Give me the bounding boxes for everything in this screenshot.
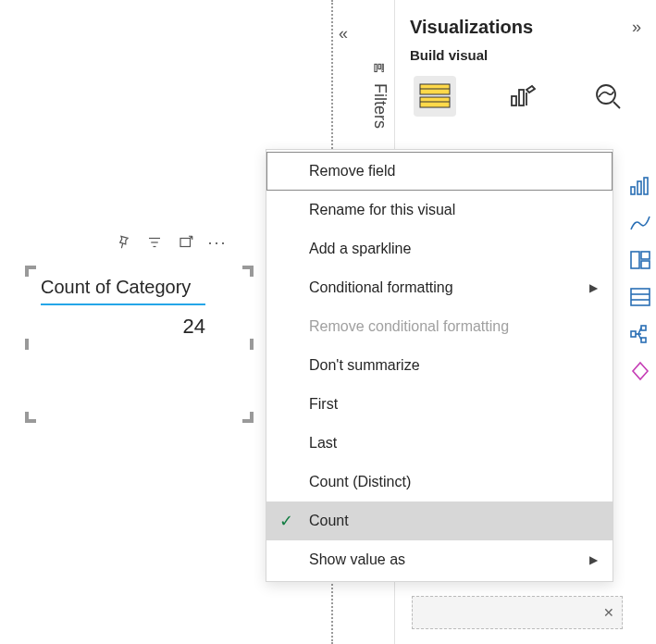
svg-rect-22 [631, 289, 650, 305]
menu-rename[interactable]: Rename for this visual [266, 191, 613, 229]
resize-handle[interactable] [250, 339, 254, 350]
card-visual-title: Count of Category [41, 277, 205, 305]
submenu-arrow-icon: ▶ [589, 553, 598, 566]
menu-label: First [309, 396, 338, 413]
svg-rect-5 [378, 64, 380, 68]
resize-handle[interactable] [25, 266, 29, 277]
treemap-icon[interactable] [629, 250, 651, 270]
table-icon[interactable] [629, 287, 651, 307]
menu-dont-summarize[interactable]: Don't summarize [266, 346, 613, 385]
submenu-arrow-icon: ▶ [589, 281, 598, 294]
svg-line-30 [638, 334, 641, 340]
stacked-bar-icon[interactable] [629, 176, 651, 196]
decomposition-tree-icon[interactable] [629, 324, 651, 344]
svg-rect-11 [512, 96, 516, 105]
menu-label: Show value as [309, 551, 405, 568]
menu-count[interactable]: ✓Count [266, 502, 613, 540]
menu-conditional-formatting[interactable]: Conditional formatting▶ [266, 268, 613, 307]
remove-field-button[interactable]: ✕ [603, 605, 614, 620]
menu-label: Count [309, 513, 349, 529]
menu-count-distinct[interactable]: Count (Distinct) [266, 463, 613, 502]
svg-rect-21 [641, 261, 650, 268]
svg-line-15 [613, 102, 620, 108]
pin-icon[interactable] [114, 233, 132, 252]
svg-rect-17 [637, 181, 641, 194]
menu-label: Last [309, 435, 337, 452]
svg-rect-28 [641, 338, 646, 342]
power-apps-icon[interactable] [629, 361, 651, 381]
card-visual[interactable]: Count of Category 24 [26, 267, 253, 422]
filters-pane-label[interactable]: Filters [370, 83, 390, 129]
svg-rect-6 [382, 64, 383, 71]
build-visual-label: Build visual [395, 43, 656, 65]
format-visual-tab[interactable] [501, 76, 543, 117]
svg-rect-16 [631, 187, 635, 194]
menu-label: Remove field [309, 163, 395, 180]
menu-show-value-as[interactable]: Show value as▶ [266, 540, 613, 579]
resize-handle[interactable] [25, 339, 29, 350]
svg-rect-25 [631, 331, 636, 337]
menu-label: Count (Distinct) [309, 474, 411, 490]
expand-pane-icon[interactable]: » [632, 18, 641, 37]
menu-first[interactable]: First [266, 385, 613, 424]
filters-pane-icon[interactable] [372, 61, 385, 76]
resize-handle[interactable] [250, 412, 254, 423]
menu-remove-field[interactable]: Remove field [266, 152, 613, 191]
focus-mode-icon[interactable] [177, 233, 195, 252]
svg-rect-4 [375, 64, 377, 71]
menu-label: Add a sparkline [309, 241, 411, 257]
line-chart-icon[interactable] [629, 213, 651, 233]
svg-rect-27 [641, 326, 646, 330]
card-visual-value: 24 [41, 315, 205, 339]
menu-label: Remove conditional formatting [309, 318, 509, 335]
resize-handle[interactable] [250, 266, 254, 277]
svg-rect-3 [180, 239, 191, 247]
menu-label: Conditional formatting [309, 279, 453, 296]
field-context-menu: Remove field Rename for this visual Add … [266, 149, 613, 582]
menu-label: Don't summarize [309, 357, 420, 374]
filter-icon[interactable] [145, 233, 164, 252]
resize-handle[interactable] [25, 412, 29, 423]
analytics-tab[interactable] [588, 76, 630, 117]
menu-label: Rename for this visual [309, 202, 455, 218]
menu-remove-conditional: Remove conditional formatting [266, 307, 613, 346]
svg-rect-19 [631, 252, 639, 268]
svg-rect-12 [519, 90, 524, 105]
collapse-pane-icon[interactable]: « [339, 24, 348, 43]
menu-last[interactable]: Last [266, 424, 613, 463]
menu-add-sparkline[interactable]: Add a sparkline [266, 229, 613, 268]
visual-gallery-strip [625, 176, 656, 381]
build-visual-tab[interactable] [414, 76, 456, 117]
visual-action-bar: ··· [114, 233, 227, 252]
svg-rect-20 [641, 252, 650, 259]
check-icon: ✓ [279, 511, 293, 531]
svg-rect-18 [644, 178, 648, 194]
field-well[interactable]: ✕ [412, 596, 623, 629]
pane-title: Visualizations [410, 17, 533, 38]
more-options-icon[interactable]: ··· [208, 233, 227, 252]
